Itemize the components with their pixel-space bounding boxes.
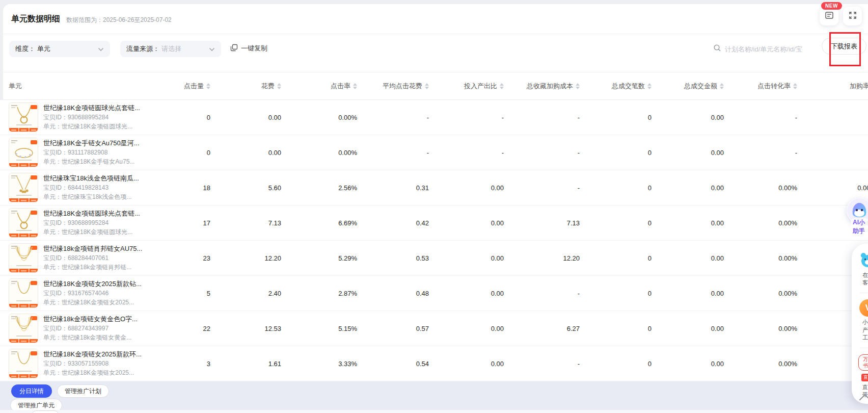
unit-name-line: 单元：世纪缘18K金项链女2025... xyxy=(43,298,142,306)
metric-cell-4: 0.00 xyxy=(429,170,504,205)
sort-caret-icon[interactable] xyxy=(277,83,281,89)
unit-data-table: 单元点击量花费点击率平均点击花费投入产出比总收藏加购成本总成交笔数总成交金额点击… xyxy=(0,72,868,381)
sort-caret-icon[interactable] xyxy=(576,83,580,89)
column-header-metric-5[interactable]: 总收藏加购成本 xyxy=(504,72,580,99)
metric-cell-7: 0.00 xyxy=(652,241,724,275)
metric-cell-0: 17 xyxy=(158,205,210,240)
metric-cell-5: 12.20 xyxy=(504,241,580,275)
column-header-label: 点击量 xyxy=(184,82,204,91)
manage-plan-button[interactable]: 管理推广计划 xyxy=(57,384,109,398)
table-row: 世纪缘18K金项链圆球光点套链...宝贝ID：930688995284单元：世纪… xyxy=(0,100,868,135)
metric-cell-3: 0.31 xyxy=(357,170,429,205)
product-thumbnail[interactable] xyxy=(9,173,38,202)
product-title[interactable]: 世纪缘18k金项链女黄金色O字... xyxy=(43,315,138,323)
column-header-metric-2[interactable]: 点击率 xyxy=(281,72,357,99)
back-to-top-icon[interactable] xyxy=(859,394,868,406)
column-header-label: 加购率 xyxy=(850,82,868,91)
sort-caret-icon[interactable] xyxy=(353,83,357,89)
column-header-unit: 单元 xyxy=(0,72,158,99)
sort-caret-icon[interactable] xyxy=(206,83,210,89)
product-title[interactable]: 世纪缘18K金项链女2025新款环... xyxy=(43,350,142,358)
table-row: 世纪缘18k金项链肖邦链女AU75...宝贝ID：688284407061单元：… xyxy=(0,241,868,276)
column-header-metric-8[interactable]: 点击转化率 xyxy=(724,72,797,99)
unit-name-line: 单元：世纪缘18k金项链肖邦链... xyxy=(43,263,142,271)
one-click-copy-label: 一键复制 xyxy=(241,44,267,53)
column-header-metric-3[interactable]: 平均点击花费 xyxy=(357,72,429,99)
product-thumbnail[interactable] xyxy=(9,208,38,238)
metric-cell-5: - xyxy=(504,276,580,311)
dock-item-label: 在线客服 xyxy=(862,271,868,287)
table-row: 世纪缘珠宝18k浅金色项链南瓜...宝贝ID：684419828143单元：世纪… xyxy=(0,170,868,205)
column-header-label: 花费 xyxy=(261,82,275,91)
metric-cell-4: 0.00 xyxy=(429,205,504,240)
page-title: 单元数据明细 xyxy=(11,14,60,24)
product-thumbnail[interactable] xyxy=(9,314,38,343)
header-divider xyxy=(3,34,868,34)
metric-cell-8: 0.00% xyxy=(724,170,797,205)
dimension-label: 维度： xyxy=(15,44,35,54)
metric-cell-7: 0.00 xyxy=(652,170,724,205)
unit-cell: 世纪缘18K金项链女2025新款钻...宝贝ID：931676574046单元：… xyxy=(0,276,158,311)
product-thumbnail[interactable] xyxy=(9,102,38,132)
metric-cell-1: 0.00 xyxy=(210,135,281,170)
search-input[interactable] xyxy=(725,45,816,53)
sort-caret-icon[interactable] xyxy=(425,83,429,89)
dock-item-2[interactable]: 万堂书院直播直播带货 xyxy=(858,354,868,399)
unit-name-line: 单元：世纪缘18K金手链女Au75... xyxy=(43,158,140,166)
column-header-metric-9[interactable]: 加购率 xyxy=(797,72,868,99)
unit-name-line: 单元：世纪缘18K金项链圆球光... xyxy=(43,228,140,236)
column-header-metric-4[interactable]: 投入产出比 xyxy=(429,72,504,99)
dock-item-label: 小二产品工具 xyxy=(862,319,868,342)
product-title[interactable]: 世纪缘18K金项链圆球光点套链... xyxy=(43,210,140,218)
column-header-metric-7[interactable]: 总成交金额 xyxy=(652,72,724,99)
product-thumbnail[interactable] xyxy=(9,278,38,308)
product-title[interactable]: 世纪缘珠宝18k浅金色项链南瓜... xyxy=(43,174,139,183)
copy-icon xyxy=(230,44,238,53)
download-report-button[interactable]: 下载报表 xyxy=(822,38,866,55)
product-tools-icon: V xyxy=(859,299,868,317)
help-dock: 在线客服V小二产品工具万堂书院直播直播带货 xyxy=(852,244,868,404)
metric-cell-2: 0.00% xyxy=(281,135,357,170)
traffic-source-select[interactable]: 流量来源： 请选择 xyxy=(120,41,221,57)
column-header-metric-1[interactable]: 花费 xyxy=(210,72,281,99)
new-badge: NEW xyxy=(821,2,842,10)
product-title[interactable]: 世纪缘18K金项链女2025新款钻... xyxy=(43,280,142,288)
product-title[interactable]: 世纪缘18k金项链肖邦链女AU75... xyxy=(43,245,142,253)
daily-detail-button[interactable]: 分日详情 xyxy=(11,384,52,398)
product-thumbnail[interactable] xyxy=(9,243,38,273)
metric-cell-2: 3.33% xyxy=(281,346,357,381)
wantang-academy-icon: 万堂书院 xyxy=(858,354,868,371)
metric-cell-2: 6.69% xyxy=(281,205,357,240)
traffic-source-label: 流量来源： xyxy=(126,44,159,54)
product-id-line: 宝贝ID：688284407061 xyxy=(43,254,142,262)
dimension-select[interactable]: 维度： 单元 xyxy=(9,41,110,57)
metric-cell-7: 0.00 xyxy=(652,100,724,135)
chevron-down-icon xyxy=(209,45,215,53)
sort-caret-icon[interactable] xyxy=(720,83,724,89)
metric-cell-8: 0.00% xyxy=(724,241,797,275)
metric-cell-0: 0 xyxy=(158,100,210,135)
metric-cell-6: 0 xyxy=(580,241,652,275)
product-title[interactable]: 世纪缘18K金手链女Au750星河... xyxy=(43,139,140,147)
metric-cell-0: 23 xyxy=(158,241,210,275)
product-thumbnail[interactable] xyxy=(9,349,38,378)
dock-item-0[interactable]: 在线客服 xyxy=(858,252,868,287)
dock-item-1[interactable]: V小二产品工具 xyxy=(858,299,868,342)
product-title[interactable]: 世纪缘18K金项链圆球光点套链... xyxy=(43,104,140,112)
dock-divider xyxy=(859,348,868,348)
one-click-copy-button[interactable]: 一键复制 xyxy=(230,44,267,53)
metric-cell-0: 3 xyxy=(158,346,210,381)
ai-assistant-label[interactable]: AI小助手 xyxy=(851,218,868,236)
metric-cell-3: 0.53 xyxy=(357,241,429,275)
column-header-metric-6[interactable]: 总成交笔数 xyxy=(580,72,652,99)
sort-caret-icon[interactable] xyxy=(647,83,652,89)
cutoff-button xyxy=(32,410,59,413)
sort-caret-icon[interactable] xyxy=(793,83,797,89)
column-header-label: 总成交笔数 xyxy=(612,82,645,91)
column-header-metric-0[interactable]: 点击量 xyxy=(158,72,210,99)
product-thumbnail[interactable] xyxy=(9,138,38,167)
sort-caret-icon[interactable] xyxy=(500,83,504,89)
metric-cell-4: 0.00 xyxy=(429,241,504,275)
fullscreen-button[interactable] xyxy=(843,7,862,25)
metric-cell-1: 12.53 xyxy=(210,311,281,346)
